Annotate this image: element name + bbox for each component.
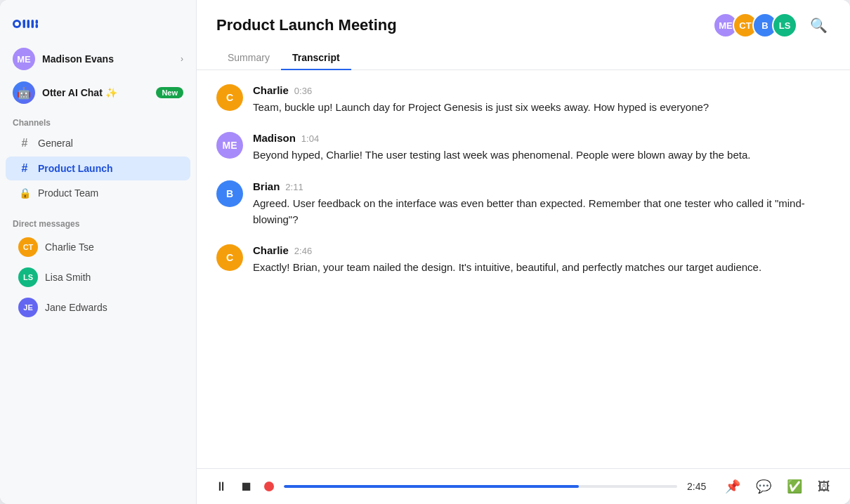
pin-button[interactable]: 📌 (722, 477, 743, 496)
pause-button[interactable]: ⏸ (214, 478, 229, 496)
otter-ai-chat-row[interactable]: 🤖 Otter AI Chat ✨ New (0, 76, 196, 110)
hash-icon: # (18, 162, 31, 175)
otter-ai-label: Otter AI Chat ✨ (42, 87, 149, 98)
sidebar-item-product-team[interactable]: 🔒 Product Team (6, 182, 190, 204)
channel-label: Product Team (38, 187, 98, 199)
check-button[interactable]: ✅ (784, 477, 805, 496)
time-display: 2:45 (687, 481, 712, 492)
image-button[interactable]: 🖼 (815, 478, 833, 496)
avatar: B (216, 180, 243, 207)
dm-item-jane[interactable]: JE Jane Edwards (6, 293, 190, 322)
header-right: ME CT B LS 🔍 (713, 13, 830, 38)
hash-icon: # (18, 137, 31, 150)
message-body: Madison 1:04 Beyond hyped, Charlie! The … (253, 132, 750, 163)
message-block: B Brian 2:11 Agreed. User feedback on th… (216, 180, 830, 228)
svg-rect-7 (36, 24, 38, 28)
message-time: 2:11 (285, 182, 303, 192)
message-text: Agreed. User feedback on the interface w… (253, 195, 830, 228)
dm-name: Lisa Smith (45, 272, 91, 283)
channel-label: General (38, 138, 73, 149)
tab-transcript[interactable]: Transcript (281, 46, 351, 70)
sidebar: ME Madison Evans › 🤖 Otter AI Chat ✨ New… (0, 0, 197, 504)
otter-logo (13, 14, 46, 34)
avatar: C (216, 244, 243, 271)
message-header: Charlie 2:46 (253, 244, 761, 256)
avatar-stack-item: LS (772, 13, 797, 38)
message-text: Exactly! Brian, your team nailed the des… (253, 259, 761, 275)
main-header: Product Launch Meeting ME CT B LS 🔍 (197, 0, 850, 38)
avatar: ME (13, 48, 35, 70)
meeting-title: Product Launch Meeting (216, 16, 397, 34)
player-bar: ⏸ ⏹ 2:45 📌 💬 ✅ 🖼 (197, 468, 850, 504)
dm-name: Charlie Tse (45, 241, 94, 253)
speaker-name: Charlie (253, 84, 289, 96)
channels-section-label: Channels (0, 110, 196, 131)
speaker-name: Charlie (253, 244, 289, 256)
otter-ai-icon: 🤖 (13, 81, 35, 104)
message-time: 1:04 (301, 133, 319, 144)
speaker-name: Madison (253, 132, 296, 144)
avatar: ME (216, 132, 243, 159)
svg-rect-4 (27, 20, 30, 28)
chat-button[interactable]: 💬 (753, 477, 774, 496)
svg-rect-5 (32, 20, 34, 28)
search-button[interactable]: 🔍 (807, 14, 830, 37)
progress-track[interactable] (284, 485, 677, 488)
message-block: C Charlie 0:36 Team, buckle up! Launch d… (216, 84, 830, 115)
message-header: Madison 1:04 (253, 132, 750, 144)
message-body: Charlie 2:46 Exactly! Brian, your team n… (253, 244, 761, 275)
avatar: C (216, 84, 243, 111)
channel-label: Product Launch (38, 163, 113, 174)
user-name: Madison Evans (42, 53, 174, 65)
svg-point-1 (15, 22, 19, 26)
message-header: Charlie 0:36 (253, 84, 709, 96)
transcript-area: C Charlie 0:36 Team, buckle up! Launch d… (197, 70, 850, 468)
dm-item-charlie[interactable]: CT Charlie Tse (6, 232, 190, 262)
dm-section: Direct messages CT Charlie Tse LS Lisa S… (0, 211, 196, 323)
logo-area (0, 0, 196, 42)
dm-item-lisa[interactable]: LS Lisa Smith (6, 263, 190, 292)
message-block: C Charlie 2:46 Exactly! Brian, your team… (216, 244, 830, 275)
app-window: ME Madison Evans › 🤖 Otter AI Chat ✨ New… (0, 0, 850, 504)
message-block: ME Madison 1:04 Beyond hyped, Charlie! T… (216, 132, 830, 163)
svg-rect-6 (36, 20, 38, 24)
main-content: Product Launch Meeting ME CT B LS 🔍 Summ… (197, 0, 850, 504)
message-time: 2:46 (294, 246, 312, 256)
chevron-icon: › (181, 54, 183, 64)
tab-summary[interactable]: Summary (216, 46, 281, 70)
record-indicator (264, 482, 274, 491)
stop-button[interactable]: ⏹ (239, 478, 254, 496)
avatar-stack: ME CT B LS (713, 13, 797, 38)
dm-avatar: CT (18, 237, 38, 257)
message-body: Charlie 0:36 Team, buckle up! Launch day… (253, 84, 709, 115)
sidebar-item-product-launch[interactable]: # Product Launch (6, 157, 190, 180)
dm-section-label: Direct messages (0, 211, 196, 232)
message-text: Beyond hyped, Charlie! The user testing … (253, 147, 750, 163)
sidebar-item-general[interactable]: # General (6, 131, 190, 155)
message-body: Brian 2:11 Agreed. User feedback on the … (253, 180, 830, 228)
dm-name: Jane Edwards (45, 302, 107, 313)
tabs: Summary Transcript (197, 38, 850, 70)
speaker-name: Brian (253, 180, 280, 192)
dm-avatar: JE (18, 298, 38, 317)
new-badge: New (156, 87, 183, 98)
svg-rect-3 (23, 20, 25, 24)
lock-icon: 🔒 (18, 187, 31, 199)
message-header: Brian 2:11 (253, 180, 830, 192)
dm-avatar: LS (18, 267, 38, 287)
message-text: Team, buckle up! Launch day for Project … (253, 99, 709, 115)
message-time: 0:36 (294, 86, 312, 96)
user-row[interactable]: ME Madison Evans › (0, 42, 196, 76)
progress-fill (284, 485, 579, 488)
